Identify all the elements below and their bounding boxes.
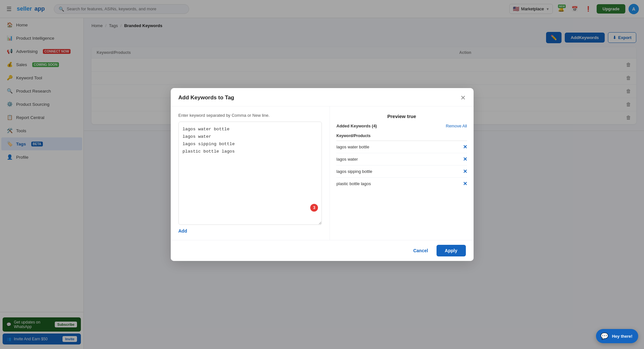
preview-remove-button[interactable]: ✕ [463, 168, 467, 174]
modal-close-button[interactable]: ✕ [460, 94, 466, 102]
modal-title: Add Keywords to Tag [178, 95, 234, 101]
chat-icon: 💬 [601, 332, 609, 340]
preview-keyword-row: lagos water bottle ✕ [336, 141, 467, 153]
preview-table: Keyword/Products lagos water bottle ✕ la… [336, 132, 467, 190]
preview-keyword-row: lagos sipping bottle ✕ [336, 165, 467, 178]
modal-instruction: Enter keyword separated by Comma or New … [178, 113, 322, 118]
modal-overlay[interactable]: Add Keywords to Tag ✕ Enter keyword sepa… [0, 0, 644, 349]
chat-label: Hey there! [612, 334, 632, 339]
preview-keyword-text: lagos sipping bottle [336, 169, 372, 174]
preview-remove-button[interactable]: ✕ [463, 156, 467, 162]
chat-bubble[interactable]: 💬 Hey there! [596, 329, 638, 343]
modal-left-panel: Enter keyword separated by Comma or New … [171, 106, 330, 240]
add-keywords-modal: Add Keywords to Tag ✕ Enter keyword sepa… [171, 88, 474, 261]
preview-remove-button[interactable]: ✕ [463, 144, 467, 150]
modal-header: Add Keywords to Tag ✕ [171, 88, 474, 106]
keywords-textarea[interactable]: <span class="kw-highlight">lagos</span> … [178, 122, 322, 225]
textarea-wrapper: <span class="kw-highlight">lagos</span> … [178, 122, 322, 226]
preview-keyword-text: lagos water [336, 157, 358, 162]
remove-all-link[interactable]: Remove All [446, 124, 467, 128]
preview-keyword-text: lagos water bottle [336, 145, 369, 149]
apply-button[interactable]: Apply [437, 245, 466, 256]
preview-keyword-text: plastic bottle lagos [336, 181, 371, 186]
keywords-summary: Added Keywords (4) Remove All [336, 124, 467, 128]
add-link-button[interactable]: Add [178, 226, 187, 234]
preview-col-header: Keyword/Products [336, 132, 467, 141]
modal-right-panel: Preview true Added Keywords (4) Remove A… [330, 106, 473, 240]
preview-title: Preview true [336, 112, 467, 124]
modal-body: Enter keyword separated by Comma or New … [171, 106, 474, 240]
preview-keyword-row: plastic bottle lagos ✕ [336, 178, 467, 190]
preview-remove-button[interactable]: ✕ [463, 181, 467, 187]
cancel-button[interactable]: Cancel [409, 245, 433, 256]
keywords-count: Added Keywords (4) [336, 124, 377, 128]
preview-keyword-row: lagos water ✕ [336, 153, 467, 165]
modal-footer: Cancel Apply [171, 240, 474, 261]
